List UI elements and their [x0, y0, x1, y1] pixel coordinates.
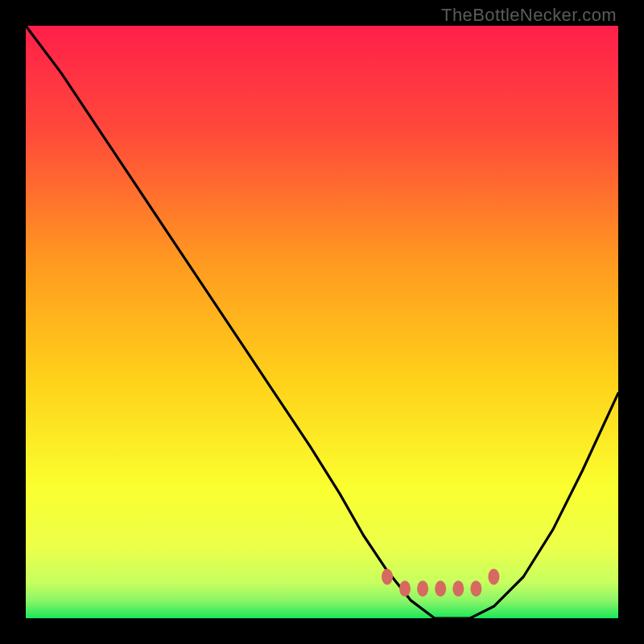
trough-marker [399, 580, 411, 597]
trough-marker [470, 580, 481, 597]
trough-marker [488, 569, 499, 585]
chart-frame: TheBottleNecker.com [0, 0, 644, 644]
plot-area [26, 26, 618, 618]
trough-marker [417, 580, 428, 597]
bottleneck-curve [26, 26, 618, 618]
watermark-text: TheBottleNecker.com [441, 5, 617, 26]
curve-path [26, 26, 618, 618]
trough-marker [452, 580, 464, 597]
trough-marker [382, 569, 393, 585]
trough-marker [435, 580, 446, 597]
